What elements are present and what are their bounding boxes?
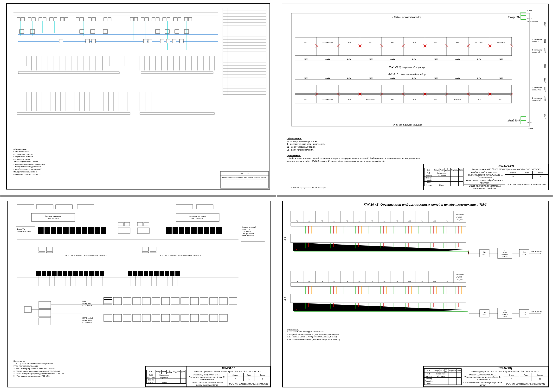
svg-rect-258	[133, 314, 141, 322]
svg-text:Яч.2: Яч.2	[305, 42, 308, 43]
svg-text:А1: А1	[296, 280, 298, 282]
svg-rect-175	[196, 205, 213, 209]
svg-text:2650: 2650	[304, 77, 308, 79]
svg-text:2650: 2650	[390, 58, 395, 60]
svg-rect-36	[165, 30, 170, 33]
svg-text:см. лист 10: см. лист 10	[531, 251, 542, 253]
svg-rect-40	[86, 39, 90, 43]
svg-rect-8	[50, 18, 53, 21]
svg-rect-216	[36, 271, 41, 276]
svg-rect-2	[17, 18, 21, 21]
svg-rect-202	[118, 228, 130, 233]
svg-text:Яч.8: Яч.8	[348, 98, 351, 100]
svg-rect-4	[28, 18, 31, 21]
svg-rect-265	[200, 314, 208, 322]
svg-rect-208	[39, 247, 45, 251]
svg-rect-234	[154, 271, 159, 276]
svg-text:2000: 2000	[544, 78, 546, 83]
q3-kru: КРУЭ 110 кВШкаф ТМ-2ПТК -УСО2	[82, 317, 93, 323]
svg-text:Яч.7: Яч.7	[369, 42, 373, 43]
svg-text:Яч.3 (ТН-2): Яч.3 (ТН-2)	[454, 98, 461, 100]
svg-rect-247	[162, 297, 170, 305]
svg-text:2650: 2650	[498, 58, 503, 60]
q2-h1: РУ-6 кВ. Боковой коридор	[392, 16, 422, 19]
svg-rect-264	[190, 314, 199, 322]
svg-rect-235	[160, 271, 164, 276]
svg-rect-29	[188, 18, 192, 21]
svg-rect-56	[17, 112, 130, 114]
svg-rect-55	[141, 72, 213, 74]
svg-rect-197	[204, 227, 209, 234]
q2-h3: РУ-10 кВ. Центральный коридор	[388, 73, 426, 76]
svg-rect-209	[39, 252, 45, 253]
svg-text:Яч.7 (ввод Т-2): Яч.7 (ввод Т-2)	[366, 98, 376, 100]
svg-rect-238	[175, 271, 180, 276]
sheet-q3: Аппаратная связиОАО "МОЭСК" Аппаратная с…	[0, 196, 276, 392]
svg-rect-54	[18, 72, 119, 74]
svg-rect-199	[216, 227, 222, 234]
q3-app2: Аппаратная связиОАО "МОЭСК"	[190, 215, 206, 219]
svg-text:А5: А5	[346, 280, 348, 282]
svg-rect-214	[150, 247, 156, 251]
svg-rect-253	[219, 297, 227, 305]
svg-text:2000: 2000	[544, 64, 546, 68]
svg-text:А3: А3	[321, 220, 323, 222]
svg-text:А12: А12	[433, 280, 436, 282]
svg-rect-14	[88, 18, 92, 21]
q2-shkaf1: Шкаф ТМ7	[508, 16, 520, 19]
svg-rect-339	[291, 294, 466, 303]
q2-h4: РУ-10 кВ. Боковой коридор	[392, 124, 422, 126]
svg-rect-301	[291, 223, 466, 226]
svg-rect-232	[144, 271, 148, 276]
svg-rect-20	[141, 18, 144, 21]
svg-text:2650: 2650	[498, 77, 503, 79]
svg-rect-230	[133, 271, 137, 276]
sheet-q1: 185-ТМ СТ Реконструкция ПС №378 220кВ "Ц…	[0, 0, 276, 196]
svg-rect-192	[173, 227, 178, 234]
svg-rect-43	[148, 39, 152, 43]
svg-rect-219	[52, 271, 57, 276]
schematic-q3: Аппаратная связиОАО "МОЭСК" Аппаратная с…	[7, 201, 271, 387]
s62: 2 системашин 6 кВ	[532, 49, 542, 53]
svg-rect-180	[38, 227, 43, 234]
svg-rect-189	[95, 227, 100, 234]
q2-project: Реконструкция ПС №378 220кВ "Центральная…	[464, 168, 548, 171]
svg-rect-231	[138, 271, 143, 276]
svg-rect-46	[172, 39, 176, 43]
svg-rect-218	[47, 271, 51, 276]
vl703: VL-7.03/OL-7.03	[527, 21, 538, 22]
svg-rect-210	[46, 247, 53, 251]
svg-rect-248	[171, 297, 179, 305]
svg-rect-193	[179, 227, 184, 234]
svg-rect-254	[229, 297, 237, 305]
s102: 2 системашин 10 кВ	[532, 87, 542, 91]
svg-rect-242	[113, 297, 121, 305]
svg-text:Яч.2 (ТН-2): Яч.2 (ТН-2)	[475, 42, 483, 43]
svg-text:А6: А6	[359, 280, 361, 282]
svg-rect-224	[79, 271, 83, 276]
svg-rect-212	[142, 247, 149, 251]
svg-rect-215	[150, 252, 156, 253]
svg-rect-236	[165, 271, 169, 276]
svg-rect-269	[39, 309, 51, 317]
svg-text:2650: 2650	[325, 77, 330, 79]
svg-rect-42	[143, 39, 147, 43]
svg-text:2650: 2650	[369, 77, 373, 79]
svg-text:Яч.1 (ТН-1): Яч.1 (ТН-1)	[497, 42, 504, 43]
svg-text:А6: А6	[359, 220, 361, 222]
svg-text:А11: А11	[421, 280, 424, 282]
svg-rect-13	[80, 18, 84, 21]
svg-text:А2: А2	[309, 280, 311, 282]
svg-rect-263	[181, 314, 189, 322]
q3-rs2: RS-232 - PC-7 RS232кан. 1-Вых. 100кабан-…	[159, 255, 201, 256]
svg-rect-34	[103, 30, 107, 33]
q3-notes: Примечания: 1. PC - устройство гальванич…	[14, 360, 114, 378]
svg-rect-196	[198, 227, 203, 234]
svg-rect-186	[76, 227, 81, 234]
svg-text:Яч.2: Яч.2	[478, 98, 481, 100]
svg-rect-15	[92, 18, 96, 21]
svg-rect-200	[118, 223, 123, 226]
svg-text:OL-3.01: OL-3.01	[482, 251, 486, 255]
svg-rect-39	[59, 39, 63, 43]
svg-text:Яч.5: Яч.5	[413, 98, 416, 100]
